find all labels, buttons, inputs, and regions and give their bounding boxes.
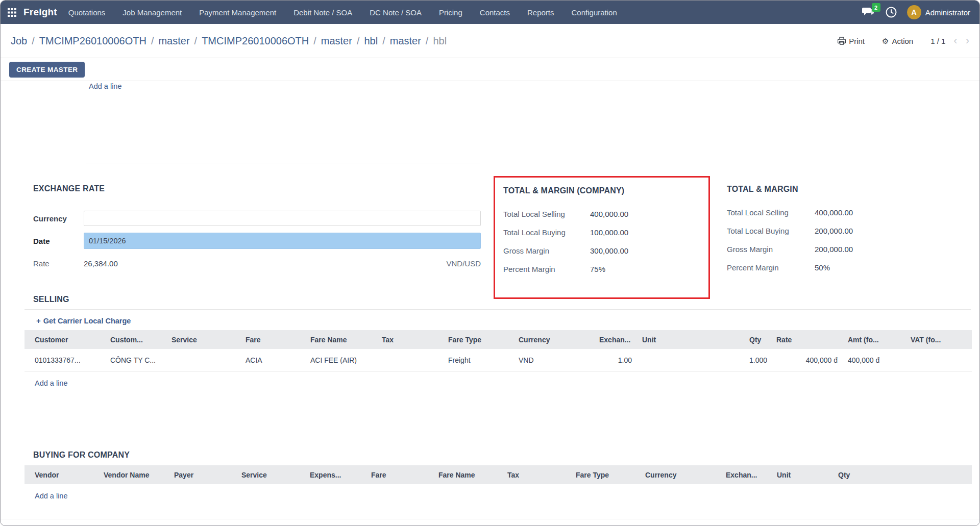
company-total-selling-row: Total Local Selling 400,000.00 — [503, 210, 700, 218]
selling-add-line-link[interactable]: Add a line — [35, 379, 68, 387]
col-qty[interactable]: Qty — [833, 465, 911, 484]
col-fare-name[interactable]: Fare Name — [305, 330, 377, 349]
col-currency[interactable]: Currency — [513, 330, 594, 349]
cell-fare-type[interactable]: Freight — [443, 349, 513, 371]
col-fare[interactable]: Fare — [240, 330, 305, 349]
col-tax[interactable]: Tax — [377, 330, 443, 349]
col-service[interactable]: Service — [166, 330, 240, 349]
pager-next-icon[interactable]: › — [966, 35, 969, 46]
cell-unit[interactable] — [637, 349, 744, 371]
col-unit[interactable]: Unit — [772, 465, 833, 484]
breadcrumb-job-ref-1[interactable]: TMCIMP26010006OTH — [39, 35, 146, 47]
col-qty[interactable]: Qty — [744, 330, 771, 349]
user-menu[interactable]: A Administrator — [907, 5, 970, 19]
rate-currency-pair: VND/USD — [446, 259, 481, 268]
buying-title: BUYING FOR COMPANY — [33, 450, 979, 460]
get-carrier-local-charge-link[interactable]: + Get Carrier Local Charge — [36, 316, 131, 325]
col-currency[interactable]: Currency — [640, 465, 721, 484]
breadcrumb-job-ref-2[interactable]: TMCIMP26010006OTH — [202, 35, 309, 47]
create-master-button[interactable]: CREATE MASTER — [9, 62, 85, 78]
nav-item-contacts[interactable]: Contacts — [480, 8, 510, 17]
breadcrumb-hbl-1[interactable]: hbl — [364, 35, 378, 47]
nav-item-dc-note-soa[interactable]: DC Note / SOA — [370, 8, 422, 17]
col-vat[interactable]: VAT (fo... — [905, 330, 972, 349]
exchange-rate-section: EXCHANGE RATE Currency Date Rate 26,384.… — [33, 184, 481, 278]
apps-grid-icon[interactable] — [8, 8, 16, 17]
buying-add-line-link[interactable]: Add a line — [35, 492, 68, 500]
company-total-selling-label: Total Local Selling — [503, 210, 590, 218]
col-customer[interactable]: Customer — [24, 330, 105, 349]
record-pager: 1 / 1 ‹ › — [930, 35, 969, 46]
col-fare-type[interactable]: Fare Type — [443, 330, 513, 349]
cell-fare[interactable]: ACIA — [240, 349, 305, 371]
nav-item-reports[interactable]: Reports — [527, 8, 554, 17]
selling-row[interactable]: 0101333767... CÔNG TY C... ACIA ACI FEE … — [24, 349, 972, 371]
cell-vat[interactable] — [905, 349, 972, 371]
cell-amt[interactable]: 400,000 đ — [843, 349, 905, 371]
col-exchange[interactable]: Exchan... — [594, 330, 637, 349]
col-fare[interactable]: Fare — [366, 465, 433, 484]
breadcrumb-master-1[interactable]: master — [158, 35, 189, 47]
clock-icon — [886, 7, 897, 18]
col-expense[interactable]: Expens... — [305, 465, 366, 484]
cell-exchange[interactable]: 1.00 — [594, 349, 637, 371]
top-add-line-link[interactable]: Add a line — [89, 82, 122, 90]
breadcrumb-separator: / — [32, 35, 35, 47]
col-vendor-name[interactable]: Vendor Name — [99, 465, 169, 484]
breadcrumb-job[interactable]: Job — [11, 35, 27, 47]
col-exchange[interactable]: Exchan... — [721, 465, 772, 484]
col-unit[interactable]: Unit — [637, 330, 744, 349]
currency-label: Currency — [33, 214, 84, 223]
company-total-buying-value: 100,000.00 — [590, 228, 628, 237]
nav-item-pricing[interactable]: Pricing — [439, 8, 462, 17]
activity-clock-button[interactable] — [886, 7, 897, 18]
breadcrumb-separator: / — [194, 35, 198, 47]
col-service[interactable]: Service — [236, 465, 305, 484]
messages-button[interactable]: 2 — [862, 7, 875, 18]
nav-item-quotations[interactable]: Quotations — [68, 8, 106, 17]
total-buying-value: 200,000.00 — [815, 227, 853, 235]
cell-tax[interactable] — [377, 349, 443, 371]
cell-customer[interactable]: 0101333767... — [24, 349, 105, 371]
cell-currency[interactable]: VND — [513, 349, 594, 371]
breadcrumb-master-3[interactable]: master — [390, 35, 421, 47]
cell-fare-name[interactable]: ACI FEE (AIR) — [305, 349, 377, 371]
nav-item-payment-management[interactable]: Payment Management — [199, 8, 276, 17]
buying-table: Vendor Vendor Name Payer Service Expens.… — [24, 465, 972, 484]
date-input[interactable] — [84, 233, 481, 249]
col-fare-type[interactable]: Fare Type — [571, 465, 640, 484]
action-button[interactable]: ⚙ Action — [882, 37, 913, 45]
breadcrumb-master-2[interactable]: master — [321, 35, 352, 47]
pager-prev-icon[interactable]: ‹ — [953, 35, 957, 46]
app-window: Freight Quotations Job Management Paymen… — [0, 0, 980, 526]
cell-rate[interactable]: 400,000 đ — [771, 349, 843, 371]
company-total-buying-row: Total Local Buying 100,000.00 — [503, 228, 700, 237]
company-total-selling-value: 400,000.00 — [590, 210, 628, 218]
col-tax[interactable]: Tax — [502, 465, 571, 484]
nav-item-job-management[interactable]: Job Management — [122, 8, 182, 17]
total-margin-company-box: TOTAL & MARGIN (COMPANY) Total Local Sel… — [494, 176, 710, 299]
currency-input[interactable] — [84, 211, 481, 226]
cell-service[interactable] — [166, 349, 240, 371]
gear-icon: ⚙ — [882, 37, 889, 45]
navbar-left: Freight — [8, 7, 68, 18]
col-payer[interactable]: Payer — [169, 465, 236, 484]
nav-item-configuration[interactable]: Configuration — [572, 8, 617, 17]
print-button[interactable]: Print — [838, 37, 865, 45]
nav-item-debit-note-soa[interactable]: Debit Note / SOA — [293, 8, 352, 17]
col-rate[interactable]: Rate — [771, 330, 843, 349]
cell-customer-name[interactable]: CÔNG TY C... — [105, 349, 166, 371]
rate-row: Rate 26,384.00 VND/USD — [33, 256, 481, 271]
cell-qty[interactable]: 1.000 — [744, 349, 771, 371]
col-amt[interactable]: Amt (fo... — [843, 330, 905, 349]
col-fare-name[interactable]: Fare Name — [433, 465, 502, 484]
app-brand[interactable]: Freight — [23, 7, 57, 18]
date-row: Date — [33, 233, 481, 249]
company-percent-margin-row: Percent Margin 75% — [503, 265, 700, 273]
action-strip: CREATE MASTER — [1, 58, 979, 81]
col-vendor[interactable]: Vendor — [24, 465, 99, 484]
col-customer-name[interactable]: Custom... — [105, 330, 166, 349]
total-selling-label: Total Local Selling — [727, 208, 815, 217]
percent-margin-value: 50% — [815, 263, 830, 272]
company-gross-margin-value: 300,000.00 — [590, 246, 628, 255]
